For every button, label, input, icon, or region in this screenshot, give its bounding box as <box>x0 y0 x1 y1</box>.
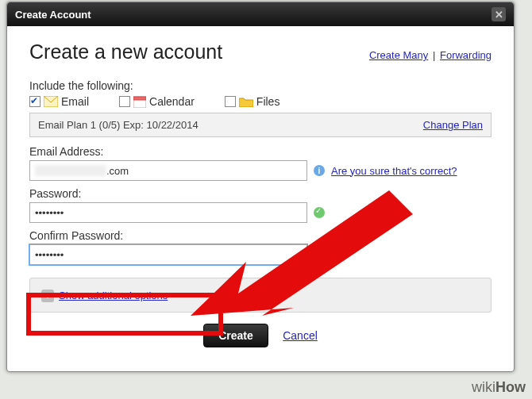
forwarding-link[interactable]: Forwarding <box>440 49 492 61</box>
watermark-prefix: wiki <box>472 379 495 395</box>
plus-icon[interactable]: + <box>41 290 54 302</box>
watermark-suffix: How <box>495 379 526 395</box>
link-separator: | <box>433 49 435 61</box>
feature-row: Email Calendar Files <box>29 95 492 108</box>
email-domain-suffix: .com <box>106 165 129 177</box>
email-address-label: Email Address: <box>29 145 492 158</box>
dialog-titlebar: Create Account ✕ <box>7 2 514 26</box>
watermark: wikiHow <box>472 379 526 396</box>
email-checkbox[interactable] <box>29 96 40 107</box>
calendar-icon <box>133 95 146 108</box>
dialog-content: Create a new account Create Many | Forwa… <box>7 26 514 371</box>
email-address-input[interactable]: .com <box>29 160 307 181</box>
close-icon[interactable]: ✕ <box>492 7 506 21</box>
password-label: Password: <box>29 187 492 200</box>
additional-options-panel: + Show additional options <box>29 278 492 313</box>
confirm-password-label: Confirm Password: <box>29 229 492 242</box>
change-plan-link[interactable]: Change Plan <box>423 119 483 131</box>
confirm-password-input[interactable] <box>29 244 307 265</box>
password-input[interactable] <box>29 202 307 223</box>
create-account-dialog: Create Account ✕ Create a new account Cr… <box>6 2 515 372</box>
plan-bar: Email Plan 1 (0/5) Exp: 10/22/2014 Chang… <box>29 113 492 137</box>
files-checkbox[interactable] <box>225 96 236 107</box>
plan-text: Email Plan 1 (0/5) Exp: 10/22/2014 <box>38 119 199 131</box>
dialog-footer: Create Cancel <box>29 313 492 362</box>
email-local-blur <box>35 165 106 176</box>
create-many-link[interactable]: Create Many <box>369 49 428 61</box>
header-links: Create Many | Forwarding <box>369 49 492 61</box>
dialog-title: Create Account <box>15 9 91 21</box>
show-additional-options-link[interactable]: Show additional options <box>59 290 168 301</box>
page-title: Create a new account <box>29 40 222 63</box>
calendar-checkbox[interactable] <box>119 96 130 107</box>
email-hint-link[interactable]: Are you sure that's correct? <box>331 165 457 177</box>
check-ok-icon <box>314 207 325 218</box>
cancel-link[interactable]: Cancel <box>283 329 318 342</box>
email-label: Email <box>61 95 89 108</box>
info-icon: i <box>314 165 325 176</box>
files-label: Files <box>256 95 280 108</box>
create-button[interactable]: Create <box>203 324 268 347</box>
calendar-label: Calendar <box>149 95 195 108</box>
svg-rect-2 <box>133 97 146 100</box>
include-label: Include the following: <box>29 79 492 92</box>
email-icon <box>44 96 58 107</box>
files-icon <box>239 96 253 107</box>
